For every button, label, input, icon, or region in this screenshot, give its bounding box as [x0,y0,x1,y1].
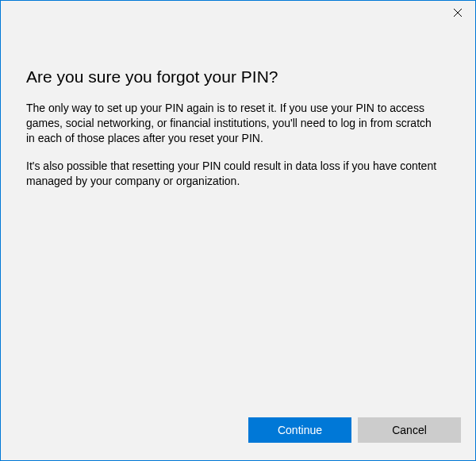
button-row: Continue Cancel [1,417,475,460]
close-icon [454,9,462,17]
titlebar [1,1,475,26]
dialog-heading: Are you sure you forgot your PIN? [26,67,450,86]
close-button[interactable] [440,1,475,25]
cancel-button[interactable]: Cancel [358,417,461,443]
dialog-paragraph-2: It's also possible that resetting your P… [26,159,439,189]
pin-reset-dialog: Are you sure you forgot your PIN? The on… [0,0,476,461]
dialog-paragraph-1: The only way to set up your PIN again is… [26,101,439,146]
dialog-content: Are you sure you forgot your PIN? The on… [1,26,475,417]
continue-button[interactable]: Continue [248,417,351,443]
